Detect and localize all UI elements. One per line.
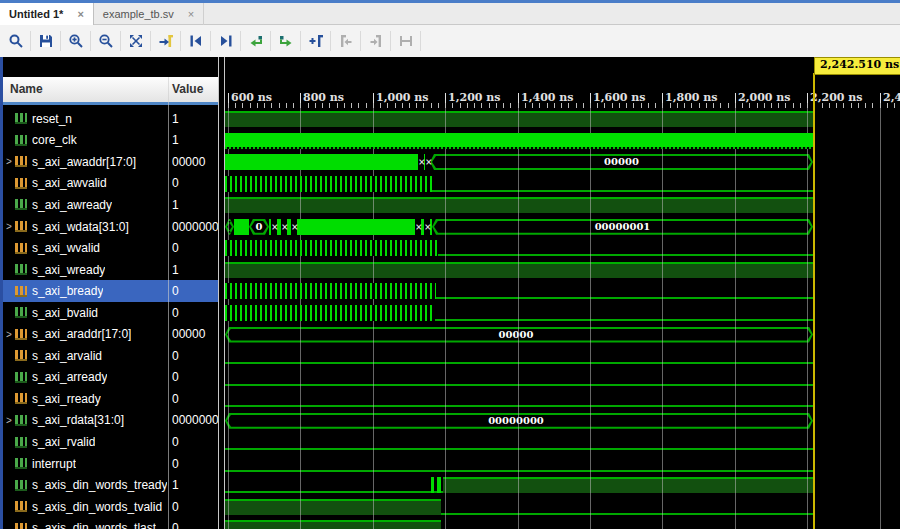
wave-row-s-axi-bvalid — [225, 302, 900, 324]
expand-arrow-icon[interactable]: > — [3, 221, 15, 232]
signal-row-s-axi-wready[interactable]: s_axi_wready1 — [0, 259, 218, 281]
signal-row-s-axi-wvalid[interactable]: s_axi_wvalid0 — [0, 237, 218, 259]
signal-row-s-axis-din-words-tready[interactable]: s_axis_din_words_tready1 — [0, 474, 218, 496]
expand-arrow-icon[interactable]: > — [3, 415, 15, 426]
signal-wave-icon — [15, 523, 27, 529]
tab-untitled-1[interactable]: Untitled 1*× — [0, 3, 94, 25]
bus-transition-mark: × — [425, 154, 431, 170]
wave-row-s-axi-wready — [225, 259, 900, 281]
vertical-gridline — [590, 108, 591, 529]
find-icon — [8, 33, 24, 49]
signal-row-s-axi-arvalid[interactable]: s_axi_arvalid0 — [0, 345, 218, 367]
wave-segment-stripes — [225, 305, 435, 321]
ruler-minor-tick — [858, 103, 859, 108]
signal-row-s-axi-awaddr-17-0[interactable]: >s_axi_awaddr[17:0]00000 — [0, 151, 218, 173]
signal-row-reset-n[interactable]: reset_n1 — [0, 108, 218, 130]
signal-name: s_axi_rready — [32, 392, 101, 406]
signal-wave-icon — [15, 480, 27, 491]
signal-wave-icon — [15, 393, 27, 404]
signal-row-s-axi-rvalid[interactable]: s_axi_rvalid0 — [0, 431, 218, 453]
name-value-column-divider[interactable] — [168, 77, 169, 529]
signal-row-s-axi-arready[interactable]: s_axi_arready0 — [0, 367, 218, 389]
wave-segment-stripes — [225, 283, 436, 299]
vertical-gridline — [518, 108, 519, 529]
find-button[interactable] — [2, 28, 29, 54]
signal-wave-icon — [15, 350, 27, 361]
signal-row-interrupt[interactable]: interrupt0 — [0, 453, 218, 475]
signal-name: s_axi_wready — [32, 263, 105, 277]
signal-row-s-axi-awready[interactable]: s_axi_awready1 — [0, 194, 218, 216]
signal-wave-icon — [15, 113, 27, 124]
signal-row-s-axis-din-words-tvalid[interactable]: s_axis_din_words_tvalid0 — [0, 496, 218, 518]
previous-marker-button — [332, 28, 359, 54]
tab-example-tb-sv[interactable]: example_tb.sv× — [94, 3, 204, 25]
wave-row-s-axis-din-words-tvalid — [225, 496, 900, 518]
waveform-canvas[interactable]: 600 ns800 ns1,000 ns1,200 ns1,400 ns1,60… — [225, 57, 900, 529]
signal-row-s-axi-araddr-17-0[interactable]: >s_axi_araddr[17:0]00000 — [0, 324, 218, 346]
signal-value: 1 — [172, 108, 179, 130]
wave-segment-high — [443, 477, 813, 493]
signal-value: 0 — [172, 517, 179, 529]
bus-value-label: 00000 — [476, 329, 556, 340]
zoom-in-button[interactable] — [62, 28, 89, 54]
ruler-minor-tick — [481, 103, 482, 108]
waveform-main-area: Name Value reset_n1core_clk1>s_axi_awadd… — [0, 57, 900, 529]
expand-arrow-icon[interactable]: > — [3, 156, 15, 167]
ruler-minor-tick — [785, 103, 786, 108]
wave-segment-low — [441, 513, 813, 515]
signal-row-s-axi-bvalid[interactable]: s_axi_bvalid0 — [0, 302, 218, 324]
add-marker-button[interactable] — [302, 28, 329, 54]
signal-value: 0 — [172, 388, 179, 410]
signal-wave-icon — [15, 156, 27, 167]
ruler-minor-tick — [894, 103, 895, 108]
ruler-minor-tick — [648, 103, 649, 108]
ruler-minor-tick — [554, 103, 555, 108]
ruler-minor-tick — [670, 103, 671, 108]
ruler-minor-tick — [735, 103, 736, 108]
signal-row-s-axi-rdata-31-0[interactable]: >s_axi_rdata[31:0]00000000 — [0, 410, 218, 432]
zoom-fit-button[interactable] — [122, 28, 149, 54]
wave-segment-busy — [225, 154, 430, 170]
wave-row-s-axi-wdata-31-0: 000000001××××× — [225, 216, 900, 238]
signal-name: s_axi_arvalid — [32, 349, 102, 363]
wave-row-s-axi-arready — [225, 367, 900, 389]
signal-name: s_axis_din_words_tready — [32, 478, 167, 492]
bus-value-label: 00000000 — [476, 415, 556, 426]
wave-segment-bus: 00000000 — [225, 413, 813, 429]
ruler-minor-tick — [279, 103, 280, 108]
ruler-minor-tick — [329, 103, 330, 108]
signal-name: s_axi_wvalid — [32, 241, 100, 255]
expand-arrow-icon[interactable]: > — [3, 329, 15, 340]
ruler-minor-tick — [778, 103, 779, 108]
wave-segment-bus: 0 — [249, 219, 269, 235]
ruler-minor-tick — [677, 103, 678, 108]
time-cursor-line[interactable] — [813, 73, 815, 529]
tab-close-icon[interactable]: × — [77, 9, 83, 20]
wave-row-interrupt — [225, 453, 900, 475]
next-transition-button[interactable] — [212, 28, 239, 54]
ruler-minor-tick — [373, 103, 374, 108]
ruler-minor-tick — [684, 103, 685, 108]
ruler-minor-tick — [764, 103, 765, 108]
name-column-header: Name — [10, 82, 43, 96]
zoom-out-button[interactable] — [92, 28, 119, 54]
signal-row-s-axi-rready[interactable]: s_axi_rready0 — [0, 388, 218, 410]
previous-transition-button[interactable] — [182, 28, 209, 54]
signal-row-core-clk[interactable]: core_clk1 — [0, 130, 218, 152]
ruler-minor-tick — [402, 103, 403, 108]
zoom-to-cursor-button[interactable] — [152, 28, 179, 54]
signal-row-s-axi-wdata-31-0[interactable]: >s_axi_wdata[31:0]00000001 — [0, 216, 218, 238]
waveform-viewer-window: Untitled 1*×example_tb.sv× Name Value re… — [0, 0, 900, 529]
signal-row-s-axi-bready[interactable]: s_axi_bready0 — [0, 280, 218, 302]
tab-close-icon[interactable]: × — [188, 9, 194, 20]
signal-name: s_axi_araddr[17:0] — [32, 327, 131, 341]
wave-row-core-clk — [225, 130, 900, 152]
toolbar-separator — [210, 31, 211, 51]
signal-row-s-axis-din-words-tlast[interactable]: s_axis_din_words_tlast0 — [0, 517, 218, 529]
previous-zoom-button[interactable] — [242, 28, 269, 54]
signal-row-s-axi-awvalid[interactable]: s_axi_awvalid0 — [0, 173, 218, 195]
save-waveform-button[interactable] — [32, 28, 59, 54]
ruler-minor-tick — [728, 103, 729, 108]
next-zoom-button[interactable] — [272, 28, 299, 54]
signal-wave-icon — [15, 307, 27, 318]
